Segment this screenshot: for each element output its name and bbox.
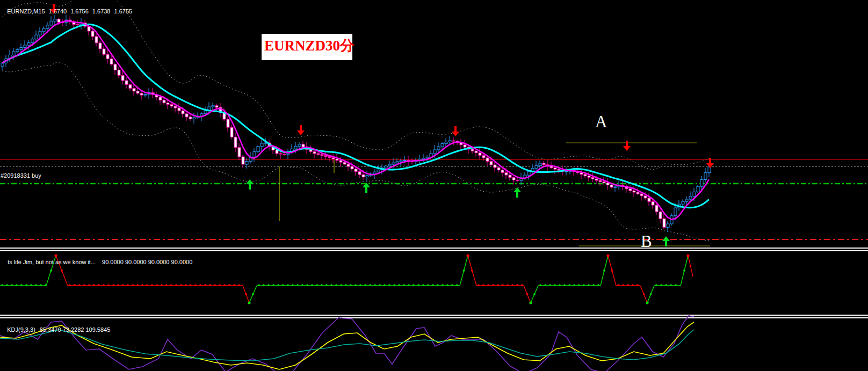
chart-header: EURNZD,M151.67401.67561.67381.6755: [1, 2, 132, 21]
indicator1-values: 90.0000 90.0000 90.0000 90.0000: [102, 259, 192, 265]
mt4-chart-window: EURNZD,M151.67401.67561.67381.6755 EURNZ…: [0, 0, 868, 371]
ohlc-low: 1.6738: [92, 8, 111, 14]
kdj-name: KDJ(9,3,3): [7, 326, 35, 333]
open-order-label: #20918331 buy: [1, 172, 41, 179]
indicator1-name: ts life Jim, but not as we know it...: [8, 259, 96, 265]
horizontal-lines: [0, 143, 868, 246]
chart-canvas[interactable]: [0, 0, 868, 371]
symbol-period: EURNZD,M15: [7, 8, 45, 14]
kdj-values: 85.3470 73.2282 109.5845: [40, 326, 111, 333]
ohlc-open: 1.6740: [49, 8, 67, 14]
ohlc-high: 1.6756: [70, 8, 89, 14]
indicator1-header: ts life Jim, but not as we know it...90.…: [1, 252, 192, 272]
marker-b-label[interactable]: B: [641, 233, 652, 250]
kdj-header: KDJ(9,3,3)85.3470 73.2282 109.5845: [1, 320, 110, 339]
text-annotation-box[interactable]: EURNZD30分: [262, 34, 352, 60]
signal-arrows: [50, 4, 714, 246]
ohlc-close: 1.6755: [114, 8, 133, 14]
yellow-vlines: [279, 160, 334, 221]
marker-a-label[interactable]: A: [595, 113, 607, 130]
